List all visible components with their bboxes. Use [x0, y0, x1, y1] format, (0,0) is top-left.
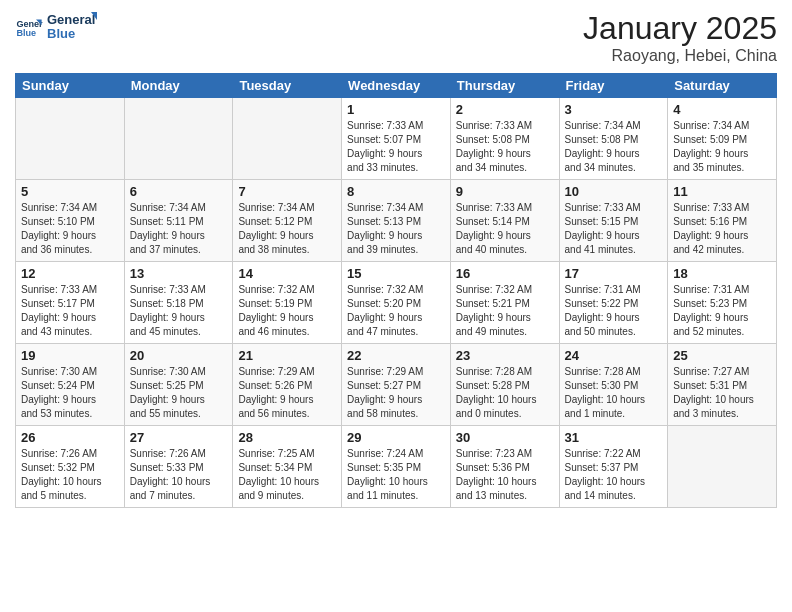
- day-info: Sunrise: 7:32 AM Sunset: 5:20 PM Dayligh…: [347, 283, 445, 339]
- day-number: 22: [347, 348, 445, 363]
- day-cell: 28Sunrise: 7:25 AM Sunset: 5:34 PM Dayli…: [233, 426, 342, 508]
- day-number: 28: [238, 430, 336, 445]
- day-info: Sunrise: 7:22 AM Sunset: 5:37 PM Dayligh…: [565, 447, 663, 503]
- day-number: 8: [347, 184, 445, 199]
- day-info: Sunrise: 7:33 AM Sunset: 5:16 PM Dayligh…: [673, 201, 771, 257]
- weekday-header-wednesday: Wednesday: [342, 74, 451, 98]
- day-cell: 30Sunrise: 7:23 AM Sunset: 5:36 PM Dayli…: [450, 426, 559, 508]
- day-cell: 19Sunrise: 7:30 AM Sunset: 5:24 PM Dayli…: [16, 344, 125, 426]
- day-number: 18: [673, 266, 771, 281]
- day-info: Sunrise: 7:34 AM Sunset: 5:10 PM Dayligh…: [21, 201, 119, 257]
- day-info: Sunrise: 7:31 AM Sunset: 5:22 PM Dayligh…: [565, 283, 663, 339]
- day-cell: 22Sunrise: 7:29 AM Sunset: 5:27 PM Dayli…: [342, 344, 451, 426]
- weekday-header-thursday: Thursday: [450, 74, 559, 98]
- day-cell: 6Sunrise: 7:34 AM Sunset: 5:11 PM Daylig…: [124, 180, 233, 262]
- week-row-5: 26Sunrise: 7:26 AM Sunset: 5:32 PM Dayli…: [16, 426, 777, 508]
- svg-text:Blue: Blue: [16, 28, 36, 38]
- day-info: Sunrise: 7:28 AM Sunset: 5:28 PM Dayligh…: [456, 365, 554, 421]
- day-cell: [668, 426, 777, 508]
- day-info: Sunrise: 7:29 AM Sunset: 5:26 PM Dayligh…: [238, 365, 336, 421]
- day-cell: 4Sunrise: 7:34 AM Sunset: 5:09 PM Daylig…: [668, 98, 777, 180]
- svg-text:Blue: Blue: [47, 26, 75, 41]
- day-info: Sunrise: 7:33 AM Sunset: 5:18 PM Dayligh…: [130, 283, 228, 339]
- day-cell: 31Sunrise: 7:22 AM Sunset: 5:37 PM Dayli…: [559, 426, 668, 508]
- day-cell: 12Sunrise: 7:33 AM Sunset: 5:17 PM Dayli…: [16, 262, 125, 344]
- day-cell: 2Sunrise: 7:33 AM Sunset: 5:08 PM Daylig…: [450, 98, 559, 180]
- day-cell: 27Sunrise: 7:26 AM Sunset: 5:33 PM Dayli…: [124, 426, 233, 508]
- day-number: 19: [21, 348, 119, 363]
- calendar-table: SundayMondayTuesdayWednesdayThursdayFrid…: [15, 73, 777, 508]
- day-cell: [16, 98, 125, 180]
- weekday-header-friday: Friday: [559, 74, 668, 98]
- calendar-title: January 2025: [583, 10, 777, 47]
- day-cell: 8Sunrise: 7:34 AM Sunset: 5:13 PM Daylig…: [342, 180, 451, 262]
- day-cell: 18Sunrise: 7:31 AM Sunset: 5:23 PM Dayli…: [668, 262, 777, 344]
- day-number: 6: [130, 184, 228, 199]
- day-number: 12: [21, 266, 119, 281]
- day-info: Sunrise: 7:23 AM Sunset: 5:36 PM Dayligh…: [456, 447, 554, 503]
- day-number: 14: [238, 266, 336, 281]
- day-number: 17: [565, 266, 663, 281]
- day-info: Sunrise: 7:34 AM Sunset: 5:11 PM Dayligh…: [130, 201, 228, 257]
- weekday-header-row: SundayMondayTuesdayWednesdayThursdayFrid…: [16, 74, 777, 98]
- day-number: 29: [347, 430, 445, 445]
- day-number: 10: [565, 184, 663, 199]
- weekday-header-sunday: Sunday: [16, 74, 125, 98]
- day-number: 24: [565, 348, 663, 363]
- day-cell: 16Sunrise: 7:32 AM Sunset: 5:21 PM Dayli…: [450, 262, 559, 344]
- week-row-1: 1Sunrise: 7:33 AM Sunset: 5:07 PM Daylig…: [16, 98, 777, 180]
- day-cell: 10Sunrise: 7:33 AM Sunset: 5:15 PM Dayli…: [559, 180, 668, 262]
- day-cell: 20Sunrise: 7:30 AM Sunset: 5:25 PM Dayli…: [124, 344, 233, 426]
- day-cell: 26Sunrise: 7:26 AM Sunset: 5:32 PM Dayli…: [16, 426, 125, 508]
- day-info: Sunrise: 7:26 AM Sunset: 5:33 PM Dayligh…: [130, 447, 228, 503]
- day-number: 11: [673, 184, 771, 199]
- calendar-subtitle: Raoyang, Hebei, China: [583, 47, 777, 65]
- day-cell: 23Sunrise: 7:28 AM Sunset: 5:28 PM Dayli…: [450, 344, 559, 426]
- day-cell: [124, 98, 233, 180]
- week-row-3: 12Sunrise: 7:33 AM Sunset: 5:17 PM Dayli…: [16, 262, 777, 344]
- day-info: Sunrise: 7:26 AM Sunset: 5:32 PM Dayligh…: [21, 447, 119, 503]
- day-cell: 1Sunrise: 7:33 AM Sunset: 5:07 PM Daylig…: [342, 98, 451, 180]
- svg-text:General: General: [47, 12, 95, 27]
- day-info: Sunrise: 7:30 AM Sunset: 5:24 PM Dayligh…: [21, 365, 119, 421]
- day-info: Sunrise: 7:29 AM Sunset: 5:27 PM Dayligh…: [347, 365, 445, 421]
- day-info: Sunrise: 7:30 AM Sunset: 5:25 PM Dayligh…: [130, 365, 228, 421]
- day-cell: [233, 98, 342, 180]
- logo: General Blue General Blue: [15, 10, 97, 45]
- day-info: Sunrise: 7:33 AM Sunset: 5:07 PM Dayligh…: [347, 119, 445, 175]
- day-number: 2: [456, 102, 554, 117]
- week-row-4: 19Sunrise: 7:30 AM Sunset: 5:24 PM Dayli…: [16, 344, 777, 426]
- day-info: Sunrise: 7:33 AM Sunset: 5:08 PM Dayligh…: [456, 119, 554, 175]
- day-cell: 24Sunrise: 7:28 AM Sunset: 5:30 PM Dayli…: [559, 344, 668, 426]
- day-cell: 11Sunrise: 7:33 AM Sunset: 5:16 PM Dayli…: [668, 180, 777, 262]
- day-info: Sunrise: 7:27 AM Sunset: 5:31 PM Dayligh…: [673, 365, 771, 421]
- day-info: Sunrise: 7:24 AM Sunset: 5:35 PM Dayligh…: [347, 447, 445, 503]
- day-number: 15: [347, 266, 445, 281]
- day-number: 3: [565, 102, 663, 117]
- day-info: Sunrise: 7:25 AM Sunset: 5:34 PM Dayligh…: [238, 447, 336, 503]
- logo-icon: General Blue: [15, 14, 43, 42]
- day-info: Sunrise: 7:28 AM Sunset: 5:30 PM Dayligh…: [565, 365, 663, 421]
- day-number: 13: [130, 266, 228, 281]
- day-info: Sunrise: 7:33 AM Sunset: 5:17 PM Dayligh…: [21, 283, 119, 339]
- day-cell: 14Sunrise: 7:32 AM Sunset: 5:19 PM Dayli…: [233, 262, 342, 344]
- day-info: Sunrise: 7:34 AM Sunset: 5:13 PM Dayligh…: [347, 201, 445, 257]
- day-cell: 21Sunrise: 7:29 AM Sunset: 5:26 PM Dayli…: [233, 344, 342, 426]
- day-cell: 13Sunrise: 7:33 AM Sunset: 5:18 PM Dayli…: [124, 262, 233, 344]
- day-cell: 25Sunrise: 7:27 AM Sunset: 5:31 PM Dayli…: [668, 344, 777, 426]
- day-number: 5: [21, 184, 119, 199]
- day-cell: 17Sunrise: 7:31 AM Sunset: 5:22 PM Dayli…: [559, 262, 668, 344]
- day-info: Sunrise: 7:34 AM Sunset: 5:12 PM Dayligh…: [238, 201, 336, 257]
- weekday-header-tuesday: Tuesday: [233, 74, 342, 98]
- day-number: 16: [456, 266, 554, 281]
- weekday-header-monday: Monday: [124, 74, 233, 98]
- day-cell: 15Sunrise: 7:32 AM Sunset: 5:20 PM Dayli…: [342, 262, 451, 344]
- day-info: Sunrise: 7:34 AM Sunset: 5:09 PM Dayligh…: [673, 119, 771, 175]
- day-info: Sunrise: 7:33 AM Sunset: 5:15 PM Dayligh…: [565, 201, 663, 257]
- title-section: January 2025 Raoyang, Hebei, China: [583, 10, 777, 65]
- calendar-container: General Blue General Blue January 2025 R…: [0, 0, 792, 612]
- day-cell: 5Sunrise: 7:34 AM Sunset: 5:10 PM Daylig…: [16, 180, 125, 262]
- day-number: 26: [21, 430, 119, 445]
- weekday-header-saturday: Saturday: [668, 74, 777, 98]
- day-number: 21: [238, 348, 336, 363]
